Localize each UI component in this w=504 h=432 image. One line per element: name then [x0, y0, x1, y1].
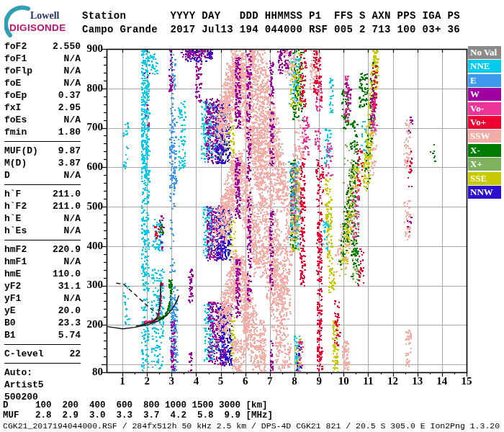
param-label: Auto: [4, 366, 32, 379]
param-row: yF1N/A [4, 292, 81, 305]
param-label: M(D) [4, 157, 27, 169]
param-label: B1 [4, 329, 16, 341]
ionogram-page: Lowell DIGISONDE Station YYYY DAY DDD HH… [0, 0, 504, 432]
param-row: B023.3 [4, 317, 81, 329]
param-value: 211.0 [53, 200, 81, 212]
param-separator [4, 141, 81, 142]
legend-item-vo: Vo+ [468, 116, 501, 129]
param-label: foEs [4, 114, 27, 126]
param-value: 1.80 [58, 126, 81, 138]
param-row: h`EsN/A [4, 225, 81, 237]
legend-item-w: W [468, 88, 501, 101]
header-line-2: Campo Grande 2017 Jul13 194 044000 RSF 0… [82, 24, 460, 35]
legend-item-noval: No Val [468, 46, 501, 59]
header-line-1: Station YYYY DAY DDD HHMMSS P1 FFS S AXN… [82, 10, 460, 22]
lowell-digisonde-logo: Lowell DIGISONDE [4, 4, 84, 37]
param-value: N/A [64, 65, 81, 77]
param-row: h`EN/A [4, 212, 81, 225]
param-value: 110.0 [53, 268, 81, 280]
param-separator [4, 240, 81, 240]
param-row: C-level22 [4, 348, 81, 360]
param-row: foF22.550 [4, 40, 81, 53]
param-value: 31.1 [58, 280, 81, 292]
param-row: fmin1.80 [4, 126, 81, 138]
param-label: h`E [4, 212, 21, 225]
logo-digisonde-text: DIGISONDE [9, 22, 66, 33]
param-label: MUF(D) [4, 145, 38, 157]
legend-item-nnw: NNW [468, 186, 501, 199]
legend-item-vo: Vo- [468, 102, 501, 115]
param-value: 2.95 [58, 102, 81, 114]
param-row: foEsN/A [4, 114, 81, 126]
param-value: 20.0 [58, 305, 81, 317]
param-row: Artist5 [4, 379, 81, 391]
footer-muf-scale: MUF 2.8 2.9 3.0 3.3 3.7 4.2 5.8 9.9 [MHz… [3, 410, 273, 420]
param-value: 22 [69, 348, 81, 360]
param-label: fxI [4, 102, 21, 114]
param-label: hmF2 [4, 243, 27, 256]
footer-file-info: CGK21_2017194044000.RSF / 284fx512h 50 k… [3, 421, 500, 431]
param-value: N/A [64, 225, 81, 237]
param-value: 23.3 [58, 317, 81, 329]
param-row: DN/A [4, 169, 81, 181]
param-label: C-level [4, 348, 44, 360]
param-label: foF1 [4, 53, 27, 65]
param-value: N/A [64, 256, 81, 268]
param-value: 9.87 [58, 145, 81, 157]
param-label: B0 [4, 317, 16, 329]
direction-legend: No ValNNEEWVo-Vo+SSWX-X+SSENNW [468, 46, 501, 199]
param-value: N/A [64, 114, 81, 126]
legend-item-x: X- [468, 144, 501, 157]
param-separator [4, 344, 81, 345]
param-label: foE [4, 77, 21, 89]
logo-lowell-text: Lowell [30, 10, 59, 22]
param-row: hmE110.0 [4, 268, 81, 280]
param-value: N/A [64, 292, 81, 305]
param-label: yF1 [4, 292, 21, 305]
param-value: N/A [64, 212, 81, 225]
param-row: MUF(D)9.87 [4, 145, 81, 157]
legend-item-nne: NNE [468, 60, 501, 73]
param-value: 220.9 [53, 243, 81, 256]
param-row: yF231.1 [4, 280, 81, 292]
param-row: foEp0.37 [4, 89, 81, 102]
param-label: h`Es [4, 225, 27, 237]
param-label: hmE [4, 268, 21, 280]
param-label: fmin [4, 126, 27, 138]
param-value: 3.87 [58, 157, 81, 169]
param-row: B15.74 [4, 329, 81, 341]
param-label: h`F [4, 188, 21, 200]
param-row: foEN/A [4, 77, 81, 89]
param-row: M(D)3.87 [4, 157, 81, 169]
param-label: yE [4, 305, 16, 317]
param-row: yE20.0 [4, 305, 81, 317]
param-row: Auto: [4, 366, 81, 379]
param-label: Artist5 [4, 379, 44, 391]
param-label: foF2 [4, 40, 27, 53]
legend-item-e: E [468, 74, 501, 87]
param-label: yF2 [4, 280, 21, 292]
param-row: h`F211.0 [4, 188, 81, 200]
param-value: N/A [64, 169, 81, 181]
param-label: foEp [4, 89, 27, 102]
parameter-panel: foF22.550foF1N/AfoFlpN/AfoEN/AfoEp0.37fx… [4, 40, 81, 403]
param-row: h`F2211.0 [4, 200, 81, 212]
param-label: hmF1 [4, 256, 27, 268]
param-value: N/A [64, 77, 81, 89]
param-value: 2.550 [53, 40, 81, 53]
param-label: h`F2 [4, 200, 27, 212]
param-row: hmF2220.9 [4, 243, 81, 256]
param-label: foFlp [4, 65, 32, 77]
param-separator [4, 363, 81, 364]
param-row: hmF1N/A [4, 256, 81, 268]
param-value: 211.0 [53, 188, 81, 200]
legend-item-x: X+ [468, 158, 501, 171]
param-row: foFlpN/A [4, 65, 81, 77]
legend-item-sse: SSE [468, 172, 501, 185]
param-value: 5.74 [58, 329, 81, 341]
param-value: N/A [64, 53, 81, 65]
param-separator [4, 184, 81, 185]
param-row: fxI2.95 [4, 102, 81, 114]
param-row: foF1N/A [4, 53, 81, 65]
footer-d-scale: D 100 200 400 600 800 1000 1500 3000 [km… [3, 400, 268, 410]
